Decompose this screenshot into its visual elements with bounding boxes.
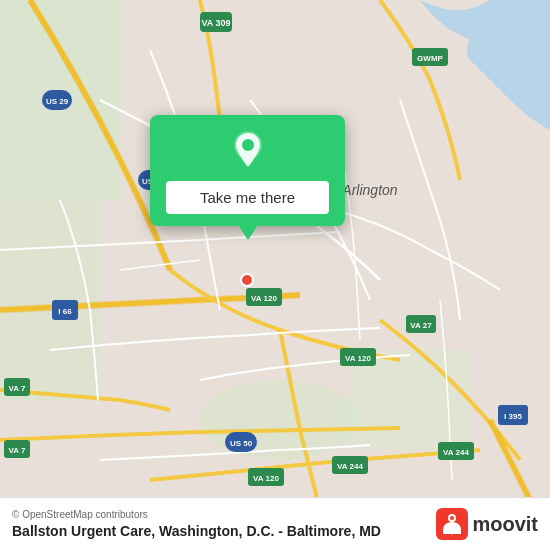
svg-rect-1 [0, 200, 100, 400]
svg-text:VA 244: VA 244 [337, 462, 363, 471]
bottom-left-info: © OpenStreetMap contributors Ballston Ur… [12, 509, 381, 539]
svg-text:VA 120: VA 120 [253, 474, 279, 483]
map-container: VA 309 US 29 US 29 I 66 VA 7 VA 7 US 50 … [0, 0, 550, 550]
bottom-bar: © OpenStreetMap contributors Ballston Ur… [0, 497, 550, 550]
svg-text:US 50: US 50 [230, 439, 253, 448]
svg-text:VA 244: VA 244 [443, 448, 469, 457]
popup-card[interactable]: Take me there [150, 115, 345, 226]
svg-text:GWMP: GWMP [417, 54, 443, 63]
svg-text:US 29: US 29 [46, 97, 69, 106]
svg-text:I 66: I 66 [58, 307, 72, 316]
location-title: Ballston Urgent Care, Washington, D.C. -… [12, 523, 381, 539]
location-pin-icon [226, 129, 270, 173]
svg-text:VA 309: VA 309 [201, 18, 230, 28]
svg-point-37 [242, 139, 254, 151]
svg-text:VA 7: VA 7 [9, 446, 26, 455]
copyright-text: © OpenStreetMap contributors [12, 509, 381, 520]
moovit-brand-text: moovit [472, 513, 538, 536]
svg-text:VA 120: VA 120 [251, 294, 277, 303]
svg-text:Arlington: Arlington [341, 182, 397, 198]
moovit-brand-icon [436, 508, 468, 540]
svg-text:I 395: I 395 [504, 412, 522, 421]
svg-text:VA 27: VA 27 [410, 321, 432, 330]
svg-point-40 [450, 516, 454, 520]
svg-text:VA 120: VA 120 [345, 354, 371, 363]
svg-point-35 [241, 274, 253, 286]
take-me-there-button[interactable]: Take me there [166, 181, 329, 214]
moovit-logo: moovit [436, 508, 538, 540]
svg-text:VA 7: VA 7 [9, 384, 26, 393]
map-svg: VA 309 US 29 US 29 I 66 VA 7 VA 7 US 50 … [0, 0, 550, 550]
